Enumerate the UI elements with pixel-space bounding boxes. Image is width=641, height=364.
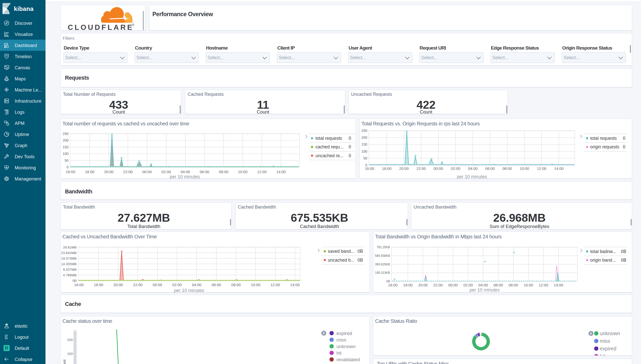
svg-text:12:00: 12:00 [537,166,546,171]
svg-text:uncached b...: uncached b... [328,258,354,263]
svg-text:0B: 0B [72,279,77,283]
svg-text:per 10 minutes: per 10 minutes [174,288,204,293]
svg-text:02:00: 02:00 [451,166,461,171]
svg-text:250: 250 [361,129,368,133]
svg-text:06:00: 06:00 [200,170,209,174]
svg-text:781.25KB: 781.25KB [377,245,390,249]
svg-text:14.305MB: 14.305MB [61,262,77,266]
svg-text:22:00: 22:00 [123,170,133,174]
svg-text:0: 0 [623,144,625,149]
svg-text:9.537MB: 9.537MB [63,268,77,271]
svg-text:19.073MB: 19.073MB [61,257,77,260]
svg-text:08:00: 08:00 [231,283,241,287]
svg-text:expired: expired [600,346,616,351]
svg-text:150: 150 [63,145,69,149]
svg-text:12:00: 12:00 [270,283,280,287]
svg-text:0B: 0B [386,280,390,283]
svg-text:12:00: 12:00 [257,170,267,174]
svg-text:14:00: 14:00 [290,283,300,287]
svg-text:06:00: 06:00 [212,283,221,287]
svg-text:585.938KB: 585.938KB [375,254,390,258]
svg-text:total badnw...: total badnw... [590,249,616,254]
svg-text:22:00: 22:00 [416,166,426,171]
svg-text:hit: hit [336,350,342,356]
svg-text:06:00: 06:00 [485,166,495,171]
svg-text:20:00: 20:00 [104,170,114,174]
svg-text:14:00: 14:00 [554,283,563,287]
svg-text:20:00: 20:00 [113,283,123,287]
svg-text:total requests: total requests [590,136,617,141]
svg-text:origin band...: origin band... [590,258,616,263]
svg-text:uncached re...: uncached re... [315,153,344,158]
svg-text:04:00: 04:00 [192,283,201,287]
svg-text:50: 50 [363,156,367,160]
svg-text:08:00: 08:00 [509,283,518,287]
svg-text:10:00: 10:00 [524,283,533,287]
svg-text:4.768MB: 4.768MB [63,273,77,277]
svg-text:02:00: 02:00 [463,283,473,287]
svg-text:08:00: 08:00 [502,166,512,171]
svg-text:08:00: 08:00 [219,170,228,174]
svg-text:miss: miss [600,338,610,344]
svg-text:14:00: 14:00 [276,170,286,174]
svg-text:00:00: 00:00 [153,283,162,287]
svg-text:18:00: 18:00 [382,166,392,171]
svg-text:0B: 0B [621,249,626,254]
svg-text:unknown: unknown [336,344,356,349]
svg-text:00:00: 00:00 [142,170,152,174]
svg-text:per 10 minutes: per 10 minutes [469,287,499,292]
svg-text:22:00: 22:00 [133,283,143,287]
svg-text:16:00: 16:00 [388,283,398,287]
svg-text:200: 200 [361,135,368,140]
svg-text:150: 150 [361,142,368,146]
svg-text:00:00: 00:00 [434,166,443,171]
svg-text:0B: 0B [358,258,363,263]
svg-text:cached requ...: cached requ... [315,144,344,149]
svg-text:10:00: 10:00 [238,170,248,174]
svg-text:0: 0 [623,136,625,141]
svg-text:0: 0 [349,144,351,149]
svg-text:20:00: 20:00 [418,283,428,287]
svg-text:total requests: total requests [315,136,342,141]
svg-text:saved band...: saved band... [328,249,354,254]
svg-text:0: 0 [66,165,68,169]
svg-text:100: 100 [361,149,368,153]
svg-text:16:00: 16:00 [365,166,374,171]
svg-text:18:00: 18:00 [403,283,413,287]
svg-text:revalidated: revalidated [336,357,360,362]
svg-text:0: 0 [349,153,351,158]
svg-text:00:00: 00:00 [448,283,458,287]
svg-text:expired: expired [336,331,352,336]
svg-text:18:00: 18:00 [94,283,103,287]
svg-text:100: 100 [63,152,69,156]
svg-text:hit: hit [600,353,605,355]
svg-text:02:00: 02:00 [172,283,182,287]
svg-text:200: 200 [67,338,73,342]
svg-text:150: 150 [67,352,73,356]
svg-text:50: 50 [64,158,68,163]
svg-text:04:00: 04:00 [478,283,488,287]
svg-text:10:00: 10:00 [251,283,261,287]
svg-text:200: 200 [63,138,69,142]
svg-text:0: 0 [349,136,351,141]
svg-text:per 10 minutes: per 10 minutes [170,174,200,179]
svg-text:16:00: 16:00 [66,170,75,174]
svg-text:14:00: 14:00 [554,166,564,171]
svg-text:04:00: 04:00 [468,166,478,171]
svg-text:per 10 minutes: per 10 minutes [457,174,487,179]
svg-text:04:00: 04:00 [180,170,190,174]
svg-text:20:00: 20:00 [399,166,409,171]
svg-text:10:00: 10:00 [520,166,529,171]
svg-text:22:00: 22:00 [433,283,443,287]
svg-text:0B: 0B [621,258,626,263]
svg-text:23.842MB: 23.842MB [61,251,77,255]
svg-text:18:00: 18:00 [85,170,95,174]
svg-text:0B: 0B [358,249,363,254]
svg-text:06:00: 06:00 [493,283,503,287]
svg-text:Count: Count [62,359,66,364]
svg-text:miss: miss [336,337,346,343]
svg-text:28.61MB: 28.61MB [63,245,77,249]
svg-text:02:00: 02:00 [162,170,171,174]
svg-text:390.625KB: 390.625KB [375,263,390,266]
svg-text:origin requests: origin requests [590,144,619,149]
